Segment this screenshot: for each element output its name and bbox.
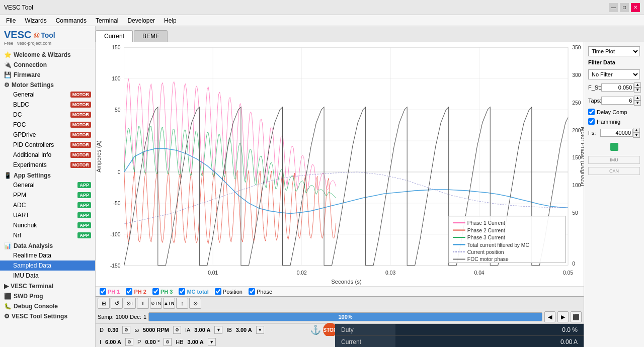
plot-type-select[interactable]: Time Plot FFT [588, 46, 640, 56]
anchor-icon[interactable]: ⚓ [310, 324, 321, 335]
sidebar-item-bldc[interactable]: BLDC MOTOR [0, 100, 95, 110]
sidebar-item-adc[interactable]: ADC APP [0, 200, 95, 210]
tool-grid-button[interactable]: ⊞ [98, 298, 110, 309]
sidebar-label: FOC [13, 121, 26, 128]
sidebar-section-welcome[interactable]: ⭐ Welcome & Wizards [0, 49, 95, 59]
ch-mc-input[interactable] [179, 288, 185, 295]
app-title: VESC Tool [4, 4, 33, 11]
sidebar-section-vescsettings[interactable]: ⚙ VESC Tool Settings [0, 311, 95, 321]
ch-phase-input[interactable] [249, 288, 255, 295]
d-options[interactable]: ⚙ [122, 326, 130, 334]
minimize-button[interactable]: — [609, 3, 618, 12]
sidebar-section-terminal[interactable]: ▶ VESC Terminal [0, 281, 95, 291]
fst-down[interactable]: ▼ [634, 88, 641, 93]
svg-text:Motor Phase (Degrees): Motor Phase (Degrees) [580, 127, 584, 186]
tool-tn2-button[interactable]: ▲TN [163, 298, 175, 309]
sidebar-item-general-motor[interactable]: General MOTOR [0, 90, 95, 100]
sidebar-item-imu[interactable]: IMU Data [0, 271, 95, 281]
sidebar-item-general-app[interactable]: General APP [0, 180, 95, 190]
ib-options[interactable]: ▼ [256, 326, 264, 334]
omega-options[interactable]: ⚙ [173, 326, 181, 334]
fst-input[interactable] [601, 83, 634, 92]
sidebar-section-motor[interactable]: ⚙ Motor Settings [0, 79, 95, 90]
sidebar-section-firmware[interactable]: 💾 Firmware [0, 69, 95, 79]
menu-help[interactable]: Help [160, 16, 181, 25]
sidebar-section-swd[interactable]: ⬛ SWD Prog [0, 291, 95, 301]
sidebar-item-sampled[interactable]: Sampled Data [0, 261, 95, 271]
sidebar-item-nrf[interactable]: Nrf APP [0, 230, 95, 240]
sidebar-item-experiments[interactable]: Experiments MOTOR [0, 160, 95, 170]
samp-next-button[interactable]: ▶ [557, 311, 569, 322]
svg-text:100: 100 [112, 76, 120, 81]
ch-ph2-input[interactable] [126, 288, 132, 295]
hamming-checkbox[interactable]: Hammnig [588, 118, 640, 125]
hamming-input[interactable] [588, 118, 595, 125]
close-button[interactable]: ✕ [631, 3, 640, 12]
taps-down[interactable]: ▼ [634, 101, 641, 106]
checkbox-row: PH 1 PH 2 PH 3 MC total [96, 286, 584, 296]
sidebar-item-nunchuk[interactable]: Nunchuk APP [0, 220, 95, 230]
anchor-stop-area: ⚓ STOP [312, 324, 335, 336]
sidebar-item-pid[interactable]: PID Controllers MOTOR [0, 140, 95, 150]
sidebar-item-addinfo[interactable]: Additional Info MOTOR [0, 150, 95, 160]
sidebar-section-connection[interactable]: 🔌 Connection [0, 59, 95, 69]
tool-refresh-button[interactable]: ↺ [111, 298, 123, 309]
samp-export-button[interactable]: ⬛ [571, 311, 582, 322]
checkbox-ph3[interactable]: PH 3 [152, 288, 173, 295]
svg-text:0.05: 0.05 [563, 270, 573, 276]
sidebar-item-ppm[interactable]: PPM APP [0, 190, 95, 200]
sidebar-item-dc[interactable]: DC MOTOR [0, 110, 95, 120]
delay-comp-input[interactable] [588, 109, 595, 115]
fs-down[interactable]: ▼ [633, 133, 640, 138]
menu-terminal[interactable]: Terminal [92, 16, 122, 25]
ch-pos-input[interactable] [215, 288, 221, 295]
chart-svg: 150 100 50 0 -50 -100 -150 350 300 250 2… [96, 42, 584, 286]
ia-value: 3.00 A [194, 327, 210, 333]
checkbox-position[interactable]: Position [215, 288, 243, 295]
p-value: 0.00 ° [145, 339, 159, 345]
samp-prev-button[interactable]: ◀ [544, 311, 555, 322]
p-options[interactable]: ⚙ [164, 338, 172, 346]
filter-type-select[interactable]: No Filter FIR IIR [588, 69, 640, 79]
fs-up[interactable]: ▲ [633, 128, 640, 133]
sidebar-item-foc[interactable]: FOC MOTOR [0, 120, 95, 130]
checkbox-ph1[interactable]: PH 1 [100, 288, 120, 295]
tool-up-button[interactable]: ↑ [176, 298, 188, 309]
tool-tn1-button[interactable]: ⊙TN [150, 298, 162, 309]
duty-value: 0.0 % [395, 324, 584, 335]
sidebar-section-debug[interactable]: 🐛 Debug Console [0, 301, 95, 311]
tab-current[interactable]: Current [96, 30, 133, 42]
sidebar-label: Sampled Data [13, 262, 51, 269]
tool-circle-button[interactable]: ⊙ [189, 298, 201, 309]
checkbox-phase[interactable]: Phase [249, 288, 272, 295]
tool-t1-button[interactable]: ⊙ T [124, 298, 136, 309]
fst-up[interactable]: ▲ [634, 82, 641, 88]
ia-options[interactable]: ▼ [214, 326, 222, 334]
taps-up[interactable]: ▲ [634, 96, 641, 101]
i-options[interactable]: ⚙ [125, 338, 133, 346]
svg-text:FOC motor phase: FOC motor phase [467, 256, 509, 262]
tab-bemf[interactable]: BEMF [134, 30, 168, 42]
sidebar-item-realtime[interactable]: Realtime Data [0, 250, 95, 261]
sidebar-section-data[interactable]: 📊 Data Analysis [0, 240, 95, 250]
maximize-button[interactable]: □ [620, 3, 629, 12]
sidebar-section-app[interactable]: 📱 App Settings [0, 170, 95, 180]
fs-input[interactable] [600, 129, 633, 137]
ch-ph3-input[interactable] [152, 288, 159, 295]
sidebar-item-uart[interactable]: UART APP [0, 210, 95, 220]
delay-comp-checkbox[interactable]: Delay Comp [588, 109, 640, 115]
ch-ph1-input[interactable] [100, 288, 106, 295]
svg-text:50: 50 [115, 107, 121, 113]
menu-file[interactable]: File [2, 16, 20, 25]
menu-commands[interactable]: Commands [52, 16, 91, 25]
i-value: 6.00 A [105, 339, 121, 345]
checkbox-mctotal[interactable]: MC total [179, 288, 208, 295]
menu-wizards[interactable]: Wizards [21, 16, 50, 25]
taps-input[interactable] [601, 97, 634, 105]
checkbox-ph2[interactable]: PH 2 [126, 288, 146, 295]
menu-developer[interactable]: Developer [123, 16, 159, 25]
tool-t2-button[interactable]: T [137, 298, 149, 309]
ia-label: IA [185, 327, 190, 333]
hb-options[interactable]: ▼ [208, 338, 216, 346]
sidebar-item-gpd[interactable]: GPDrive MOTOR [0, 130, 95, 140]
